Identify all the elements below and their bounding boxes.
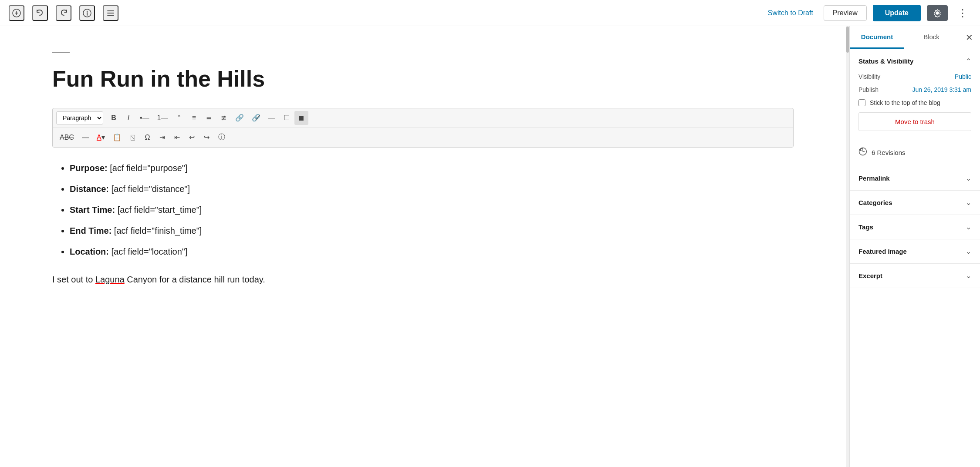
update-button[interactable]: Update [873,5,921,21]
featured-image-chevron-icon: ⌄ [966,247,971,255]
help-button[interactable]: ⓘ [215,131,229,144]
visibility-label: Visibility [858,73,880,80]
publish-value[interactable]: Jun 26, 2019 3:31 am [912,86,971,93]
link-button[interactable]: 🔗 [232,111,247,125]
preview-button[interactable]: Preview [824,5,867,21]
blockquote-button[interactable]: “ [172,111,186,125]
ordered-list-button[interactable]: 1— [154,111,172,125]
featured-image-section: Featured Image ⌄ [850,239,980,264]
excerpt-section: Excerpt ⌄ [850,264,980,288]
svg-point-5 [87,10,88,11]
list-item-start-time: Start Time: [acf field="start_time"] [70,202,794,217]
top-toolbar: Switch to Draft Preview Update ⋮ [0,0,980,26]
status-visibility-section: Status & Visibility ⌃ Visibility Public … [850,49,980,139]
revisions-section[interactable]: 6 Revisions [850,139,980,166]
post-title[interactable]: Fun Run in the Hills [52,66,794,92]
featured-image-title: Featured Image [858,248,907,255]
status-visibility-title: Status & Visibility [858,57,913,65]
categories-header[interactable]: Categories ⌄ [850,191,980,215]
special-chars-button[interactable]: Ω [141,131,155,144]
editor-content[interactable]: Purpose: [acf field="purpose"] Distance:… [52,161,794,287]
categories-chevron-icon: ⌄ [966,198,971,207]
editor-area[interactable]: Fun Run in the Hills Paragraph Heading 1… [0,26,846,467]
stick-to-top-label[interactable]: Stick to the top of the blog [870,99,940,106]
visibility-value[interactable]: Public [955,73,971,80]
tags-section: Tags ⌄ [850,215,980,239]
settings-button[interactable] [927,5,948,21]
excerpt-chevron-icon: ⌄ [966,272,971,280]
list-view-button[interactable] [103,5,118,21]
permalink-chevron-icon: ⌄ [966,174,971,182]
main-area: Fun Run in the Hills Paragraph Heading 1… [0,26,980,467]
tags-header[interactable]: Tags ⌄ [850,215,980,239]
bold-button[interactable]: B [107,111,121,125]
more-options-button[interactable]: ⋮ [954,5,971,21]
laguna-text: Laguna [95,275,125,284]
indent-button[interactable]: ⇥ [155,131,169,144]
undo-button[interactable] [32,5,48,21]
read-more-button[interactable]: ☐ [280,111,294,125]
permalink-title: Permalink [858,175,890,182]
scrollbar-thumb[interactable] [846,27,849,53]
permalink-header[interactable]: Permalink ⌄ [850,166,980,190]
align-left-button[interactable]: ≡ [187,111,201,125]
excerpt-title: Excerpt [858,272,882,279]
revisions-label: 6 Revisions [872,149,906,156]
categories-title: Categories [858,199,892,206]
outdent-button[interactable]: ⇤ [170,131,184,144]
sidebar-close-button[interactable]: ✕ [959,26,980,49]
stick-to-top-row: Stick to the top of the blog [858,99,971,106]
unordered-list-button[interactable]: •— [136,111,153,125]
kitchen-sink-button[interactable]: ◼ [294,111,308,125]
permalink-section: Permalink ⌄ [850,166,980,191]
publish-label: Publish [858,86,879,93]
strikethrough-button[interactable]: ABC [56,131,78,144]
move-to-trash-button[interactable]: Move to trash [858,112,971,131]
info-button[interactable] [79,5,95,21]
categories-section: Categories ⌄ [850,191,980,215]
horizontal-rule-button[interactable]: ― [265,111,279,125]
publish-row: Publish Jun 26, 2019 3:31 am [858,86,971,93]
format-toolbar: Paragraph Heading 1 Heading 2 B I •— 1— … [52,108,794,148]
status-visibility-content: Visibility Public Publish Jun 26, 2019 3… [850,73,980,139]
toolbar-right: Switch to Draft Preview Update ⋮ [764,5,971,21]
list-item-end-time: End Time: [acf field="finish_time"] [70,223,794,238]
paragraph-select[interactable]: Paragraph Heading 1 Heading 2 [56,111,103,124]
clear-formatting-button[interactable]: ⍂ [126,131,140,144]
align-center-button[interactable]: ≣ [202,111,216,125]
status-chevron-up-icon: ⌃ [966,57,971,65]
list-item-purpose: Purpose: [acf field="purpose"] [70,161,794,175]
hr-button[interactable]: ― [78,131,92,144]
italic-button[interactable]: I [122,111,135,125]
bullet-list: Purpose: [acf field="purpose"] Distance:… [70,161,794,259]
toolbar-left [9,5,118,21]
align-right-button[interactable]: ≢ [217,111,231,125]
redo-button[interactable] [56,5,71,21]
tab-document[interactable]: Document [850,26,904,49]
list-item-location: Location: [acf field="location"] [70,244,794,259]
excerpt-header[interactable]: Excerpt ⌄ [850,264,980,288]
right-sidebar: Document Block ✕ Status & Visibility ⌃ V… [849,26,980,467]
sidebar-scrollbar[interactable] [846,26,849,467]
switch-to-draft-button[interactable]: Switch to Draft [764,6,818,20]
format-row-2: ABC ― A▾ 📋 ⍂ Ω ⇥ ⇤ ↩ ↪ ⓘ [53,128,793,147]
featured-image-header[interactable]: Featured Image ⌄ [850,239,980,263]
paste-as-text-button[interactable]: 📋 [109,131,125,144]
tab-block[interactable]: Block [904,26,959,49]
revisions-icon [858,147,867,158]
undo-format-button[interactable]: ↩ [185,131,199,144]
visibility-row: Visibility Public [858,73,971,80]
list-item-distance: Distance: [acf field="distance"] [70,181,794,196]
add-block-button[interactable] [9,5,24,21]
editor-separator [52,52,70,53]
tags-chevron-icon: ⌄ [966,223,971,231]
format-row-1: Paragraph Heading 1 Heading 2 B I •— 1— … [53,108,793,128]
sidebar-tabs: Document Block ✕ [850,26,980,49]
redo-format-button[interactable]: ↪ [200,131,214,144]
status-visibility-header[interactable]: Status & Visibility ⌃ [850,49,980,73]
tags-title: Tags [858,223,873,231]
unlink-button[interactable]: 🔗̸ [248,111,264,125]
stick-to-top-checkbox[interactable] [858,99,865,106]
editor-paragraph[interactable]: I set out to Laguna Canyon for a distanc… [52,272,794,287]
text-color-button[interactable]: A▾ [93,131,108,144]
